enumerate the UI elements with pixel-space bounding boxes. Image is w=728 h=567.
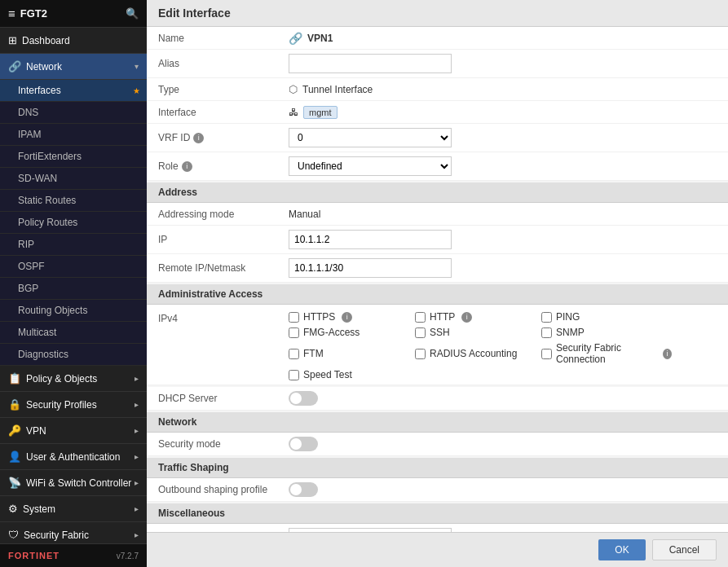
radius-checkbox-label[interactable]: RADIUS Accounting: [415, 342, 541, 365]
sidebar-item-ipam[interactable]: IPAM: [0, 124, 147, 146]
ftm-checkbox[interactable]: [289, 349, 299, 359]
sidebar-item-multicast[interactable]: Multicast: [0, 322, 147, 344]
security-mode-label: Security mode: [158, 438, 289, 450]
sidebar-item-dashboard[interactable]: ⊞ Dashboard: [0, 28, 147, 54]
ipv4-label: IPv4: [158, 311, 289, 324]
sidebar-item-bgp[interactable]: BGP: [0, 278, 147, 300]
sidebar-item-interfaces-label: Interfaces: [18, 85, 61, 96]
form-section-address: Address Addressing mode Manual IP Remote…: [147, 182, 728, 283]
sidebar-item-ospf[interactable]: OSPF: [0, 256, 147, 278]
security-mode-toggle-switch[interactable]: [289, 437, 318, 451]
http-info-icon[interactable]: i: [461, 312, 472, 323]
sidebar-item-policy-label: Policy & Objects: [26, 373, 97, 385]
interface-value: 🖧 mgmt: [289, 106, 717, 119]
sidebar-item-policy-routes[interactable]: Policy Routes: [0, 212, 147, 234]
network-icon: 🔗: [8, 60, 21, 73]
sidebar-menu-icon[interactable]: ≡: [8, 7, 15, 20]
chevron-right-icon5: ▸: [135, 478, 139, 487]
form-content: Name 🔗 VPN1 Alias Type ⬡ Tunnel Interfac…: [147, 27, 728, 532]
snmp-checkbox[interactable]: [541, 327, 552, 338]
https-checkbox[interactable]: [289, 312, 299, 323]
vpn-tunnel-icon: 🔗: [289, 32, 302, 45]
ip-input[interactable]: [289, 230, 452, 249]
chevron-right-icon2: ▸: [135, 400, 139, 409]
sidebar-item-multicast-label: Multicast: [18, 327, 56, 338]
vrf-info-icon[interactable]: i: [193, 133, 204, 143]
search-icon[interactable]: 🔍: [126, 7, 139, 20]
ssh-checkbox[interactable]: [415, 327, 426, 338]
ssh-checkbox-label[interactable]: SSH: [415, 327, 541, 338]
interface-mgmt-icon: 🖧: [289, 107, 298, 118]
ftm-checkbox-label[interactable]: FTM: [289, 342, 415, 365]
sidebar-item-bgp-label: BGP: [18, 283, 38, 294]
addressing-mode-row: Addressing mode Manual: [147, 203, 728, 226]
ping-checkbox-label[interactable]: PING: [541, 311, 672, 323]
https-checkbox-label[interactable]: HTTPS i: [289, 311, 415, 323]
sidebar-item-sd-wan[interactable]: SD-WAN: [0, 168, 147, 190]
remote-ip-input[interactable]: [289, 258, 452, 278]
outbound-shaping-toggle-switch[interactable]: [289, 482, 318, 497]
dhcp-slider: [289, 391, 318, 406]
security-fabric-conn-label: Security Fabric Connection: [556, 342, 656, 365]
security-fabric-conn-checkbox-label[interactable]: Security Fabric Connection i: [541, 342, 672, 365]
sidebar-item-ipam-label: IPAM: [18, 129, 41, 140]
sidebar-item-dns[interactable]: DNS: [0, 102, 147, 124]
security-mode-toggle: [289, 437, 717, 451]
vrf-id-row: VRF ID i 0: [147, 124, 728, 152]
sidebar-item-system[interactable]: ⚙ System ▸: [0, 496, 147, 522]
sidebar-item-static-routes-label: Static Routes: [18, 195, 76, 206]
sidebar-item-diagnostics-label: Diagnostics: [18, 349, 68, 360]
role-select[interactable]: Undefined: [289, 156, 452, 176]
sidebar-item-user-auth[interactable]: 👤 User & Authentication ▸: [0, 444, 147, 470]
sidebar-item-dns-label: DNS: [18, 107, 38, 118]
miscellaneous-section-header: Miscellaneous: [147, 503, 728, 524]
sidebar: ≡ FGT2 🔍 ⊞ Dashboard 🔗 Network ▾ Interfa…: [0, 0, 147, 567]
ipv4-checkboxes: HTTPS i HTTP i PING: [289, 311, 717, 380]
sidebar-item-rip-label: RIP: [18, 239, 34, 250]
http-checkbox[interactable]: [415, 312, 426, 323]
fmg-access-checkbox[interactable]: [289, 327, 299, 338]
sidebar-item-static-routes[interactable]: Static Routes: [0, 190, 147, 212]
version-label: v7.2.7: [117, 552, 139, 560]
sidebar-item-rip[interactable]: RIP: [0, 234, 147, 256]
speed-test-checkbox[interactable]: [289, 370, 299, 380]
form-section-miscellaneous: Miscellaneous Comments 0/255 Status ⊕ En…: [147, 503, 728, 532]
form-section-dhcp: DHCP Server: [147, 387, 728, 411]
comments-textarea[interactable]: [289, 528, 452, 532]
type-label: Type: [158, 84, 289, 95]
sf-conn-info-icon[interactable]: i: [663, 349, 672, 359]
snmp-checkbox-label[interactable]: SNMP: [541, 327, 672, 338]
https-info-icon[interactable]: i: [342, 312, 352, 323]
sidebar-item-vpn[interactable]: 🔑 VPN ▸: [0, 418, 147, 444]
fmg-access-checkbox-label[interactable]: FMG-Access: [289, 327, 415, 338]
security-profiles-icon: 🔒: [8, 398, 21, 411]
alias-input[interactable]: [289, 54, 452, 73]
sidebar-header-icons: 🔍: [126, 7, 139, 20]
alias-value: [289, 54, 717, 73]
sidebar-item-diagnostics[interactable]: Diagnostics: [0, 344, 147, 366]
sidebar-item-wifi[interactable]: 📡 WiFi & Switch Controller ▸: [0, 470, 147, 496]
dhcp-toggle[interactable]: [289, 391, 318, 406]
sidebar-item-fortiextenders[interactable]: FortiExtenders: [0, 146, 147, 168]
cancel-button[interactable]: Cancel: [652, 539, 717, 560]
alias-row: Alias: [147, 50, 728, 78]
ping-checkbox[interactable]: [541, 312, 552, 323]
vpn-icon: 🔑: [8, 424, 21, 437]
traffic-shaping-section-header: Traffic Shaping: [147, 458, 728, 478]
sidebar-item-security-profiles[interactable]: 🔒 Security Profiles ▸: [0, 392, 147, 418]
http-checkbox-label[interactable]: HTTP i: [415, 311, 541, 323]
security-fabric-conn-checkbox[interactable]: [541, 349, 552, 359]
sidebar-item-interfaces[interactable]: Interfaces: [0, 80, 147, 102]
role-value: Undefined: [289, 156, 717, 176]
role-info-icon[interactable]: i: [182, 161, 192, 172]
sidebar-item-routing-objects[interactable]: Routing Objects: [0, 300, 147, 322]
radius-checkbox[interactable]: [415, 349, 426, 359]
ok-button[interactable]: OK: [598, 539, 645, 560]
speed-test-checkbox-label[interactable]: Speed Test: [289, 369, 415, 380]
sidebar-item-network[interactable]: 🔗 Network ▾: [0, 54, 147, 80]
vrf-id-select[interactable]: 0: [289, 128, 452, 147]
ipv4-row: IPv4 HTTPS i HTTP i: [147, 305, 728, 385]
sidebar-item-user-auth-label: User & Authentication: [26, 451, 120, 463]
sidebar-item-policy-objects[interactable]: 📋 Policy & Objects ▸: [0, 366, 147, 392]
sidebar-item-security-fabric[interactable]: 🛡 Security Fabric ▸: [0, 522, 147, 543]
